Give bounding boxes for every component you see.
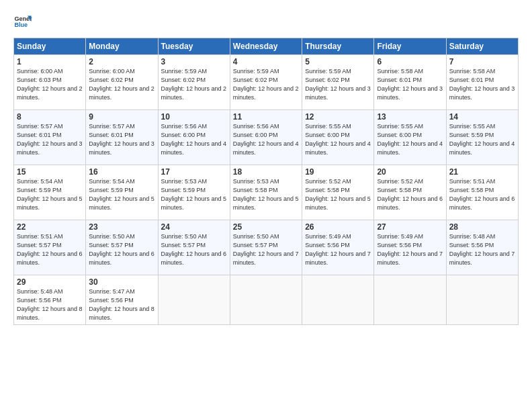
day-detail: Sunrise: 5:56 AM Sunset: 6:00 PM Dayligh… <box>233 122 299 157</box>
day-detail: Sunrise: 5:57 AM Sunset: 6:01 PM Dayligh… <box>17 122 83 157</box>
calendar-cell: 21 Sunrise: 5:51 AM Sunset: 5:58 PM Dayl… <box>446 165 518 220</box>
calendar-cell: 18 Sunrise: 5:53 AM Sunset: 5:58 PM Dayl… <box>230 165 302 220</box>
calendar-cell: 1 Sunrise: 6:00 AM Sunset: 6:03 PM Dayli… <box>14 55 86 110</box>
day-number: 17 <box>161 167 227 177</box>
calendar-cell: 10 Sunrise: 5:56 AM Sunset: 6:00 PM Dayl… <box>158 110 230 165</box>
day-detail: Sunrise: 5:50 AM Sunset: 5:57 PM Dayligh… <box>161 232 227 267</box>
day-number: 29 <box>17 277 83 287</box>
day-detail: Sunrise: 5:49 AM Sunset: 5:56 PM Dayligh… <box>305 232 371 267</box>
day-detail: Sunrise: 5:59 AM Sunset: 6:02 PM Dayligh… <box>233 67 299 102</box>
day-detail: Sunrise: 5:47 AM Sunset: 5:56 PM Dayligh… <box>89 287 154 322</box>
day-detail: Sunrise: 5:56 AM Sunset: 6:00 PM Dayligh… <box>161 122 227 157</box>
calendar-cell: 9 Sunrise: 5:57 AM Sunset: 6:01 PM Dayli… <box>86 110 158 165</box>
header-friday: Friday <box>374 38 446 55</box>
calendar-cell <box>374 275 446 325</box>
calendar-cell: 3 Sunrise: 5:59 AM Sunset: 6:02 PM Dayli… <box>158 55 230 110</box>
day-detail: Sunrise: 5:53 AM Sunset: 5:58 PM Dayligh… <box>233 177 299 212</box>
day-detail: Sunrise: 5:49 AM Sunset: 5:56 PM Dayligh… <box>377 232 443 267</box>
calendar-cell: 5 Sunrise: 5:59 AM Sunset: 6:02 PM Dayli… <box>302 55 374 110</box>
logo-icon: General Blue <box>13 12 32 31</box>
day-detail: Sunrise: 5:59 AM Sunset: 6:02 PM Dayligh… <box>161 67 227 102</box>
day-number: 25 <box>233 222 299 232</box>
day-number: 12 <box>305 112 371 122</box>
day-number: 21 <box>449 167 515 177</box>
calendar-cell: 23 Sunrise: 5:50 AM Sunset: 5:57 PM Dayl… <box>86 220 158 275</box>
day-number: 1 <box>17 57 83 66</box>
day-detail: Sunrise: 5:52 AM Sunset: 5:58 PM Dayligh… <box>305 177 371 212</box>
day-detail: Sunrise: 5:58 AM Sunset: 6:01 PM Dayligh… <box>377 67 443 102</box>
calendar-cell: 12 Sunrise: 5:55 AM Sunset: 6:00 PM Dayl… <box>302 110 374 165</box>
day-number: 28 <box>449 222 515 232</box>
calendar-cell <box>302 275 374 325</box>
calendar-cell: 22 Sunrise: 5:51 AM Sunset: 5:57 PM Dayl… <box>14 220 86 275</box>
day-detail: Sunrise: 5:57 AM Sunset: 6:01 PM Dayligh… <box>89 122 154 157</box>
calendar-cell: 24 Sunrise: 5:50 AM Sunset: 5:57 PM Dayl… <box>158 220 230 275</box>
day-number: 4 <box>233 57 299 66</box>
day-detail: Sunrise: 5:58 AM Sunset: 6:01 PM Dayligh… <box>449 67 515 102</box>
day-number: 26 <box>305 222 371 232</box>
day-detail: Sunrise: 6:00 AM Sunset: 6:03 PM Dayligh… <box>17 67 83 102</box>
day-detail: Sunrise: 5:53 AM Sunset: 5:59 PM Dayligh… <box>161 177 227 212</box>
day-detail: Sunrise: 5:52 AM Sunset: 5:58 PM Dayligh… <box>377 177 443 212</box>
day-number: 9 <box>89 112 154 122</box>
calendar-cell: 2 Sunrise: 6:00 AM Sunset: 6:02 PM Dayli… <box>86 55 158 110</box>
day-number: 27 <box>377 222 443 232</box>
day-number: 30 <box>89 277 154 287</box>
day-detail: Sunrise: 5:54 AM Sunset: 5:59 PM Dayligh… <box>17 177 83 212</box>
day-detail: Sunrise: 5:48 AM Sunset: 5:56 PM Dayligh… <box>17 287 83 322</box>
day-number: 18 <box>233 167 299 177</box>
calendar-header-row: Sunday Monday Tuesday Wednesday Thursday… <box>14 38 519 55</box>
header-wednesday: Wednesday <box>230 38 302 55</box>
day-detail: Sunrise: 5:51 AM Sunset: 5:57 PM Dayligh… <box>17 232 83 267</box>
day-detail: Sunrise: 5:59 AM Sunset: 6:02 PM Dayligh… <box>305 67 371 102</box>
day-number: 23 <box>89 222 154 232</box>
calendar-cell <box>158 275 230 325</box>
calendar-cell: 16 Sunrise: 5:54 AM Sunset: 5:59 PM Dayl… <box>86 165 158 220</box>
day-number: 15 <box>17 167 83 177</box>
day-number: 10 <box>161 112 227 122</box>
calendar-table: Sunday Monday Tuesday Wednesday Thursday… <box>13 38 519 325</box>
header-thursday: Thursday <box>302 38 374 55</box>
calendar-cell: 4 Sunrise: 5:59 AM Sunset: 6:02 PM Dayli… <box>230 55 302 110</box>
calendar-cell: 14 Sunrise: 5:55 AM Sunset: 5:59 PM Dayl… <box>446 110 518 165</box>
day-number: 8 <box>17 112 83 122</box>
day-number: 24 <box>161 222 227 232</box>
calendar-cell: 13 Sunrise: 5:55 AM Sunset: 6:00 PM Dayl… <box>374 110 446 165</box>
day-number: 5 <box>305 57 371 66</box>
calendar-cell: 15 Sunrise: 5:54 AM Sunset: 5:59 PM Dayl… <box>14 165 86 220</box>
day-number: 14 <box>449 112 515 122</box>
calendar-cell <box>446 275 518 325</box>
day-detail: Sunrise: 5:50 AM Sunset: 5:57 PM Dayligh… <box>89 232 154 267</box>
calendar-cell: 6 Sunrise: 5:58 AM Sunset: 6:01 PM Dayli… <box>374 55 446 110</box>
day-number: 11 <box>233 112 299 122</box>
header-tuesday: Tuesday <box>158 38 230 55</box>
calendar-cell: 20 Sunrise: 5:52 AM Sunset: 5:58 PM Dayl… <box>374 165 446 220</box>
calendar-cell: 11 Sunrise: 5:56 AM Sunset: 6:00 PM Dayl… <box>230 110 302 165</box>
day-detail: Sunrise: 6:00 AM Sunset: 6:02 PM Dayligh… <box>89 67 154 102</box>
calendar-cell: 7 Sunrise: 5:58 AM Sunset: 6:01 PM Dayli… <box>446 55 518 110</box>
day-detail: Sunrise: 5:50 AM Sunset: 5:57 PM Dayligh… <box>233 232 299 267</box>
logo: General Blue <box>13 12 35 31</box>
calendar-cell: 28 Sunrise: 5:48 AM Sunset: 5:56 PM Dayl… <box>446 220 518 275</box>
calendar-cell: 8 Sunrise: 5:57 AM Sunset: 6:01 PM Dayli… <box>14 110 86 165</box>
day-number: 19 <box>305 167 371 177</box>
calendar-cell: 17 Sunrise: 5:53 AM Sunset: 5:59 PM Dayl… <box>158 165 230 220</box>
day-detail: Sunrise: 5:48 AM Sunset: 5:56 PM Dayligh… <box>449 232 515 267</box>
day-detail: Sunrise: 5:55 AM Sunset: 6:00 PM Dayligh… <box>305 122 371 157</box>
day-number: 13 <box>377 112 443 122</box>
calendar-cell <box>230 275 302 325</box>
day-detail: Sunrise: 5:55 AM Sunset: 6:00 PM Dayligh… <box>377 122 443 157</box>
header-saturday: Saturday <box>446 38 518 55</box>
day-detail: Sunrise: 5:51 AM Sunset: 5:58 PM Dayligh… <box>449 177 515 212</box>
day-number: 20 <box>377 167 443 177</box>
day-number: 6 <box>377 57 443 66</box>
header-sunday: Sunday <box>14 38 86 55</box>
calendar-cell: 29 Sunrise: 5:48 AM Sunset: 5:56 PM Dayl… <box>14 275 86 325</box>
svg-text:Blue: Blue <box>14 21 28 28</box>
calendar-cell: 27 Sunrise: 5:49 AM Sunset: 5:56 PM Dayl… <box>374 220 446 275</box>
day-number: 22 <box>17 222 83 232</box>
calendar-cell: 30 Sunrise: 5:47 AM Sunset: 5:56 PM Dayl… <box>86 275 158 325</box>
day-number: 2 <box>89 57 154 66</box>
day-number: 7 <box>449 57 515 66</box>
header-monday: Monday <box>86 38 158 55</box>
